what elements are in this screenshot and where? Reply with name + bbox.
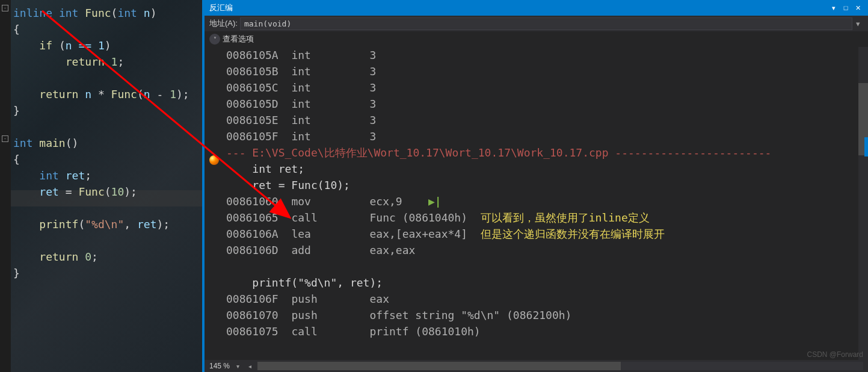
fn-main: main — [39, 137, 65, 149]
disasm-row: 0086106D add eax,eax — [226, 244, 415, 256]
options-bar: ˅ 查看选项 — [205, 31, 868, 47]
kw-int-ret: int — [39, 169, 59, 182]
op-star: * — [98, 88, 105, 101]
breakpoint-icon[interactable] — [209, 155, 219, 165]
split-drag-handle[interactable] — [864, 137, 868, 157]
disasm-row: 0086105C int 3 — [226, 81, 376, 94]
op-minus: - — [150, 88, 170, 101]
num-1: 1 — [111, 55, 118, 68]
annotation: 但是这个递归函数并没有在编译时展开 — [481, 228, 665, 240]
disasm-row-current: 00861060 mov ecx,9 ▶| — [226, 195, 442, 208]
watermark: CSDN @Forward — [807, 350, 863, 359]
address-label: 地址(A): — [209, 18, 238, 29]
var-ret: ret — [66, 169, 85, 182]
op-eq: = — [59, 185, 79, 198]
source-separator: --- E:\VS_Code\比特作业\Wort_10.17\Wort_10.1… — [226, 146, 771, 159]
fold-toggle-main[interactable]: - — [2, 135, 8, 142]
disasm-titlebar: 反汇编 ▾ □ ✕ — [205, 0, 868, 16]
rparen: ) — [176, 88, 183, 101]
disassembly-pane: 反汇编 ▾ □ ✕ 地址(A): ▾ ˅ 查看选项 0086105A int 3… — [202, 0, 868, 372]
kw-return0: return — [39, 250, 78, 263]
address-dropdown-icon[interactable]: ▾ — [852, 19, 863, 28]
title-buttons: ▾ □ ✕ — [828, 2, 863, 13]
disasm-status-bar: 145 % ▾ ◂ — [205, 360, 868, 372]
kw-int: int — [59, 7, 79, 19]
options-label[interactable]: 查看选项 — [223, 34, 254, 45]
annotation: 可以看到，虽然使用了inline定义 — [481, 211, 650, 224]
fn-name: Func — [85, 7, 111, 19]
dropdown-icon[interactable]: ▾ — [828, 2, 839, 13]
source-line: ret = Func(10); — [226, 179, 350, 191]
scroll-h-thumb[interactable] — [257, 362, 621, 370]
kw-inline: inline — [13, 7, 52, 19]
disasm-row: 00861075 call printf (0861010h) — [226, 325, 481, 338]
code-gutter: - - — [0, 0, 11, 372]
zoom-dropdown-icon[interactable]: ▾ — [233, 362, 242, 370]
num-one: 1 — [170, 88, 176, 101]
num-0: 0 — [85, 250, 91, 263]
kw-return2: return — [39, 88, 78, 101]
var-n2: n — [144, 88, 150, 101]
if-expr: n == 1 — [66, 39, 105, 52]
disasm-title-text: 反汇编 — [209, 2, 828, 13]
disasm-row: 0086105A int 3 — [226, 49, 376, 61]
fn-printf: printf — [39, 218, 78, 231]
param-name: n — [144, 7, 150, 19]
disasm-row: 0086105E int 3 — [226, 114, 376, 126]
kw-int-main: int — [13, 137, 33, 149]
disasm-row: 00861065 call Func (0861040h) 可以看到，虽然使用了… — [226, 211, 650, 224]
expand-options-icon[interactable]: ˅ — [209, 34, 220, 45]
var-ret3: ret — [137, 218, 157, 231]
zoom-level: 145 % — [209, 362, 230, 370]
code-editor-pane: - - inline int Func(int n) { if (n == 1)… — [0, 0, 202, 372]
source-line: int ret; — [226, 163, 304, 175]
kw-if: if — [39, 39, 52, 52]
source-line: printf("%d\n", ret); — [226, 276, 383, 289]
close-icon[interactable]: ✕ — [852, 2, 863, 13]
fn-call: Func — [78, 185, 104, 198]
code-content[interactable]: inline int Func(int n) { if (n == 1) ret… — [13, 5, 189, 281]
var-ret2: ret — [39, 185, 59, 198]
scroll-left-icon[interactable]: ◂ — [245, 362, 254, 370]
disasm-row: 0086106A lea eax,[eax+eax*4] 但是这个递归函数并没有… — [226, 228, 665, 240]
maximize-icon[interactable]: □ — [840, 2, 851, 13]
disasm-row: 00861070 push offset string "%d\n" (0862… — [226, 309, 571, 321]
lparen: ( — [137, 88, 144, 101]
address-bar: 地址(A): ▾ — [205, 16, 868, 31]
disasm-row: 0086105F int 3 — [226, 130, 376, 143]
disasm-row: 0086105B int 3 — [226, 65, 376, 78]
disasm-listing[interactable]: 0086105A int 3 0086105B int 3 0086105C i… — [205, 47, 868, 360]
fold-toggle-func[interactable]: - — [2, 5, 8, 11]
vertical-scrollbar[interactable] — [858, 47, 868, 360]
str-fmt: "%d\n" — [85, 218, 124, 231]
var-n: n — [85, 88, 91, 101]
address-input[interactable] — [240, 17, 852, 30]
param-type: int — [117, 7, 137, 19]
disasm-row: 0086106F push eax — [226, 293, 389, 305]
fn-rec: Func — [111, 88, 137, 101]
instruction-pointer-icon: ▶| — [428, 193, 442, 209]
disasm-row: 0086105D int 3 — [226, 98, 376, 110]
kw-return: return — [66, 55, 105, 68]
horizontal-scrollbar[interactable] — [257, 362, 863, 370]
num-10: 10 — [111, 185, 125, 198]
